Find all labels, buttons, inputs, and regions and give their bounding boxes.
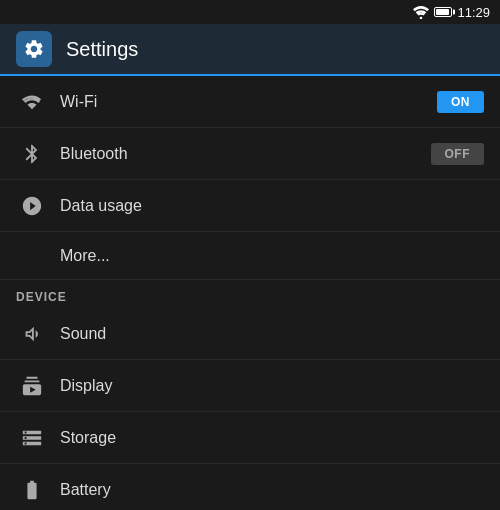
sound-icon: [16, 323, 48, 345]
data-usage-label: Data usage: [60, 197, 484, 215]
settings-app-icon: [16, 31, 52, 67]
bluetooth-label: Bluetooth: [60, 145, 431, 163]
app-header: Settings: [0, 24, 500, 76]
settings-list: Wi-Fi ON Bluetooth OFF Data usage More..…: [0, 76, 500, 510]
status-bar: 11:29: [0, 0, 500, 24]
bluetooth-toggle[interactable]: OFF: [431, 143, 485, 165]
battery-label: Battery: [60, 481, 484, 499]
sound-label: Sound: [60, 325, 484, 343]
sidebar-item-more[interactable]: More...: [0, 232, 500, 280]
page-title: Settings: [66, 38, 138, 61]
sidebar-item-wifi[interactable]: Wi-Fi ON: [0, 76, 500, 128]
display-label: Display: [60, 377, 484, 395]
battery-status-icon: [434, 7, 452, 17]
settings-gear-icon: [23, 38, 45, 60]
battery-icon: [16, 479, 48, 501]
sidebar-item-data-usage[interactable]: Data usage: [0, 180, 500, 232]
bluetooth-icon: [16, 143, 48, 165]
more-label: More...: [60, 247, 484, 265]
data-usage-icon: [16, 195, 48, 217]
sidebar-item-storage[interactable]: Storage: [0, 412, 500, 464]
display-icon: [16, 375, 48, 397]
sidebar-item-bluetooth[interactable]: Bluetooth OFF: [0, 128, 500, 180]
wifi-label: Wi-Fi: [60, 93, 437, 111]
device-section-label: DEVICE: [0, 280, 500, 308]
wifi-status-icon: [413, 5, 429, 19]
wifi-toggle[interactable]: ON: [437, 91, 484, 113]
storage-icon: [16, 427, 48, 449]
sidebar-item-battery[interactable]: Battery: [0, 464, 500, 510]
status-icons: 11:29: [413, 5, 490, 20]
status-time: 11:29: [457, 5, 490, 20]
sidebar-item-sound[interactable]: Sound: [0, 308, 500, 360]
storage-label: Storage: [60, 429, 484, 447]
sidebar-item-display[interactable]: Display: [0, 360, 500, 412]
wifi-icon: [16, 91, 48, 113]
